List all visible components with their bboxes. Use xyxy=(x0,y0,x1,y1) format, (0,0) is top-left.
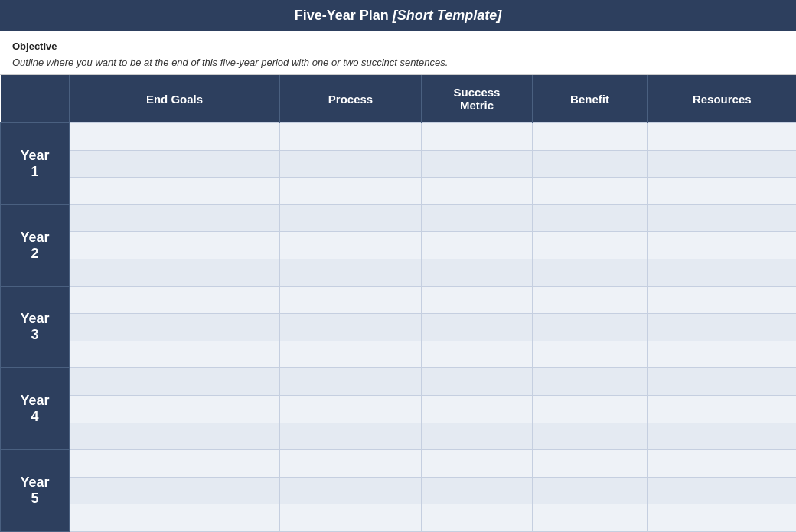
y3-resources-2[interactable] xyxy=(648,314,797,341)
y2-endgoals-2[interactable] xyxy=(70,232,280,259)
y2-resources-1[interactable] xyxy=(648,204,797,232)
y5-resources-2[interactable] xyxy=(648,477,797,504)
year-1-cell: Year1 xyxy=(1,123,70,205)
y2-metric-1[interactable] xyxy=(422,204,533,232)
y2-endgoals-1[interactable] xyxy=(70,204,280,232)
y2-process-1[interactable] xyxy=(280,204,422,232)
y2-endgoals-3[interactable] xyxy=(70,259,280,286)
objective-section: Objective Outline where you want to be a… xyxy=(0,31,796,75)
y1-metric-3[interactable] xyxy=(422,178,533,205)
plan-table: End Goals Process SuccessMetric Benefit … xyxy=(0,75,796,532)
y1-metric-2[interactable] xyxy=(422,150,533,178)
y3-metric-1[interactable] xyxy=(422,286,533,314)
table-row xyxy=(1,395,797,423)
table-row: Year5 xyxy=(1,450,797,478)
y3-process-2[interactable] xyxy=(280,314,422,341)
y4-endgoals-2[interactable] xyxy=(70,395,280,423)
y3-resources-1[interactable] xyxy=(648,286,797,314)
y5-benefit-1[interactable] xyxy=(533,450,648,478)
y1-endgoals-1[interactable] xyxy=(70,123,280,151)
y5-resources-1[interactable] xyxy=(648,450,797,478)
table-row xyxy=(1,178,797,205)
y2-benefit-2[interactable] xyxy=(533,232,648,259)
header-year xyxy=(1,75,70,123)
y1-endgoals-3[interactable] xyxy=(70,178,280,205)
y3-process-1[interactable] xyxy=(280,286,422,314)
y4-resources-1[interactable] xyxy=(648,368,797,396)
y5-endgoals-3[interactable] xyxy=(70,504,280,532)
y1-resources-1[interactable] xyxy=(648,123,797,151)
y3-benefit-3[interactable] xyxy=(533,341,648,368)
y2-benefit-3[interactable] xyxy=(533,259,648,286)
header-metric: SuccessMetric xyxy=(422,75,533,123)
y1-benefit-2[interactable] xyxy=(533,150,648,178)
y1-resources-2[interactable] xyxy=(648,150,797,178)
y3-endgoals-3[interactable] xyxy=(70,341,280,368)
table-row xyxy=(1,232,797,259)
y4-endgoals-1[interactable] xyxy=(70,368,280,396)
y5-benefit-2[interactable] xyxy=(533,477,648,504)
y4-resources-3[interactable] xyxy=(648,423,797,450)
y4-benefit-3[interactable] xyxy=(533,423,648,450)
title-bar: Five-Year Plan [Short Template] xyxy=(0,0,796,31)
y3-metric-3[interactable] xyxy=(422,341,533,368)
objective-label: Objective xyxy=(12,41,784,52)
y4-benefit-1[interactable] xyxy=(533,368,648,396)
y2-metric-3[interactable] xyxy=(422,259,533,286)
header-process: Process xyxy=(280,75,422,123)
y1-benefit-3[interactable] xyxy=(533,178,648,205)
y4-metric-2[interactable] xyxy=(422,395,533,423)
y2-process-2[interactable] xyxy=(280,232,422,259)
y1-process-2[interactable] xyxy=(280,150,422,178)
y4-metric-1[interactable] xyxy=(422,368,533,396)
y2-resources-3[interactable] xyxy=(648,259,797,286)
y3-benefit-1[interactable] xyxy=(533,286,648,314)
y5-metric-2[interactable] xyxy=(422,477,533,504)
y4-process-1[interactable] xyxy=(280,368,422,396)
y5-process-1[interactable] xyxy=(280,450,422,478)
y2-process-3[interactable] xyxy=(280,259,422,286)
y1-process-3[interactable] xyxy=(280,178,422,205)
y3-endgoals-2[interactable] xyxy=(70,314,280,341)
y1-benefit-1[interactable] xyxy=(533,123,648,151)
y3-process-3[interactable] xyxy=(280,341,422,368)
year-3-cell: Year3 xyxy=(1,286,70,368)
table-row xyxy=(1,423,797,450)
y5-endgoals-1[interactable] xyxy=(70,450,280,478)
y4-endgoals-3[interactable] xyxy=(70,423,280,450)
y1-resources-3[interactable] xyxy=(648,178,797,205)
y5-process-2[interactable] xyxy=(280,477,422,504)
y4-resources-2[interactable] xyxy=(648,395,797,423)
y5-benefit-3[interactable] xyxy=(533,504,648,532)
y3-metric-2[interactable] xyxy=(422,314,533,341)
title-prefix: Five-Year Plan xyxy=(295,8,393,23)
y3-benefit-2[interactable] xyxy=(533,314,648,341)
y3-endgoals-1[interactable] xyxy=(70,286,280,314)
title-italic: [Short Template] xyxy=(393,8,501,23)
y1-process-1[interactable] xyxy=(280,123,422,151)
table-container: End Goals Process SuccessMetric Benefit … xyxy=(0,75,796,532)
y4-process-2[interactable] xyxy=(280,395,422,423)
y4-benefit-2[interactable] xyxy=(533,395,648,423)
y1-endgoals-2[interactable] xyxy=(70,150,280,178)
y2-resources-2[interactable] xyxy=(648,232,797,259)
table-row xyxy=(1,477,797,504)
year-4-cell: Year4 xyxy=(1,368,70,450)
y5-resources-3[interactable] xyxy=(648,504,797,532)
y5-endgoals-2[interactable] xyxy=(70,477,280,504)
y5-metric-3[interactable] xyxy=(422,504,533,532)
header-endgoals: End Goals xyxy=(70,75,280,123)
y2-benefit-1[interactable] xyxy=(533,204,648,232)
y1-metric-1[interactable] xyxy=(422,123,533,151)
y5-process-3[interactable] xyxy=(280,504,422,532)
y2-metric-2[interactable] xyxy=(422,232,533,259)
header-benefit: Benefit xyxy=(533,75,648,123)
header-resources: Resources xyxy=(648,75,797,123)
table-row xyxy=(1,259,797,286)
y4-process-3[interactable] xyxy=(280,423,422,450)
y4-metric-3[interactable] xyxy=(422,423,533,450)
y3-resources-3[interactable] xyxy=(648,341,797,368)
header-row: End Goals Process SuccessMetric Benefit … xyxy=(1,75,797,123)
table-row: Year4 xyxy=(1,368,797,396)
y5-metric-1[interactable] xyxy=(422,450,533,478)
